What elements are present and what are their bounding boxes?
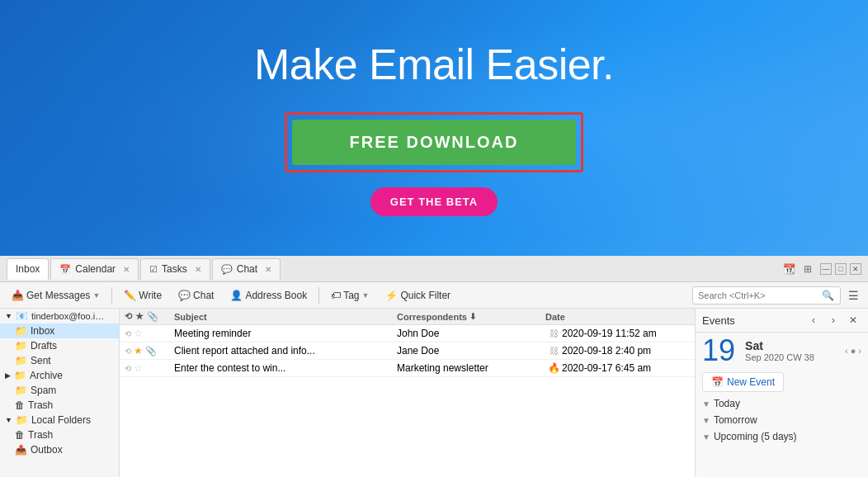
date-1: 2020-09-19 11:52 am [562,328,690,339]
sidebar-account[interactable]: ▼ 📧 tinderbox@foo.invalid [0,309,119,324]
sidebar-item-sent[interactable]: 📁 Sent [0,353,119,368]
local-expand-icon: ▼ [5,416,12,424]
events-panel-header: Events ‹ › ✕ [696,309,868,333]
quick-filter-button[interactable]: ⚡ Quick Filter [379,286,457,305]
subject-2: Client report attached and info... [174,345,397,357]
inbox-tab-label: Inbox [16,263,40,275]
today-section[interactable]: ▼ Today [696,395,868,412]
flame-indicator-3: 🔥 [545,362,562,374]
date-3: 2020-09-17 6:45 am [562,362,690,374]
address-book-button[interactable]: 👤 Address Book [224,286,314,305]
events-prev-button[interactable]: ‹ [805,312,822,328]
date-display-row: 19 Sat Sep 2020 CW 38 ‹ ● › [696,333,868,369]
new-event-button[interactable]: 📅 New Event [702,372,784,392]
chat-toolbar-icon: 💬 [178,290,191,301]
inbox-folder-icon: 📁 [15,325,27,337]
sidebar-item-trash[interactable]: 🗑 Trash [0,398,119,413]
calendar-grid-icon: 📆 [783,263,795,275]
cal-left-icon[interactable]: ‹ [845,346,848,356]
tab-chat[interactable]: 💬 Chat ✕ [212,258,281,280]
write-button[interactable]: ✏️ Write [117,286,168,305]
email-row-1[interactable]: ⟲ ☆ Meeting reminder John Doe ⛓ 2020-09-… [120,325,695,342]
date-day: Sat [745,339,814,352]
correspondent-3: Marketing newsletter [397,362,545,374]
search-box[interactable]: 🔍 [692,286,841,305]
events-close-button[interactable]: ✕ [845,312,861,328]
star-1[interactable]: ☆ [134,328,143,339]
subject-1: Meeting reminder [174,328,397,339]
flags-2: ⟲ ★ 📎 [125,345,174,357]
menu-button[interactable]: ☰ [844,286,863,305]
collapse-icon: ▼ [5,312,12,320]
tomorrow-section[interactable]: ▼ Tomorrow [696,412,868,428]
search-input[interactable] [698,290,822,300]
tab-bar: Inbox 📅 Calendar ✕ ☑ Tasks ✕ 💬 Chat ✕ 📆 … [0,256,868,282]
new-event-icon: 📅 [711,376,724,388]
account-icon: 📧 [16,310,28,322]
sidebar-item-inbox[interactable]: 📁 Inbox [0,324,119,338]
archive-folder-icon: 📁 [14,370,26,381]
drafts-folder-icon: 📁 [15,340,27,352]
sidebar-item-spam[interactable]: 📁 Spam [0,383,119,398]
flags-col-header: ⟲ ★ 📎 [125,311,174,322]
close-button[interactable]: ✕ [850,263,861,275]
minimize-button[interactable]: — [820,263,832,275]
get-messages-button[interactable]: 📥 Get Messages ▼ [5,286,106,305]
sidebar-item-drafts[interactable]: 📁 Drafts [0,338,119,353]
cal-circle-icon[interactable]: ● [851,346,856,356]
separator-1 [111,287,112,304]
star-3[interactable]: ☆ [134,362,143,374]
attach-col-icon: 📎 [147,311,158,322]
sidebar-item-local-trash[interactable]: 🗑 Trash [0,427,119,442]
tasks-tab-label: Tasks [162,263,187,275]
tab-calendar[interactable]: 📅 Calendar ✕ [50,258,139,280]
layout-icon: ⊞ [804,263,812,275]
events-panel: Events ‹ › ✕ 19 Sat Sep 2020 CW 38 ‹ ● ›… [695,309,868,477]
write-icon: ✏️ [124,290,136,301]
download-btn-wrapper: FREE DOWNLOAD [285,112,584,172]
tomorrow-chevron: ▼ [702,416,710,425]
thread-indicator-1: ⛓ [545,328,562,338]
subject-3: Enter the contest to win... [174,362,397,374]
chat-toolbar-button[interactable]: 💬 Chat [172,286,220,305]
separator-2 [318,287,319,304]
filter-icon: ⚡ [385,290,398,301]
chain-icon-2: ⛓ [550,346,559,356]
email-header-row: ⟲ ★ 📎 Subject Correspondents ⬇ Date [120,309,695,325]
app-chrome: Inbox 📅 Calendar ✕ ☑ Tasks ✕ 💬 Chat ✕ 📆 … [0,256,868,477]
correspondents-col-header[interactable]: Correspondents ⬇ [397,312,545,322]
hero-title: Make Email Easier. [254,40,614,89]
beta-button[interactable]: GET THE BETA [370,187,498,216]
tag-icon: 🏷 [331,290,341,301]
chat-tab-label: Chat [237,263,257,275]
download-button[interactable]: FREE DOWNLOAD [292,120,577,165]
sent-folder-icon: 📁 [15,355,27,366]
sidebar: ▼ 📧 tinderbox@foo.invalid 📁 Inbox 📁 Draf… [0,309,120,477]
calendar-tab-close[interactable]: ✕ [123,265,130,274]
star-2[interactable]: ★ [134,345,143,357]
tasks-tab-close[interactable]: ✕ [195,265,201,274]
spam-folder-icon: 📁 [15,385,27,396]
local-trash-icon: 🗑 [15,429,25,441]
upcoming-section[interactable]: ▼ Upcoming (5 days) [696,428,868,445]
sidebar-item-outbox[interactable]: 📤 Outbox [0,442,119,457]
email-row-3[interactable]: ⟲ ☆ Enter the contest to win... Marketin… [120,360,695,377]
date-col-header[interactable]: Date [545,312,673,322]
chat-tab-close[interactable]: ✕ [265,265,271,274]
tab-inbox[interactable]: Inbox [7,258,49,280]
subject-col-header[interactable]: Subject [174,312,397,322]
sidebar-local-folders[interactable]: ▼ 📁 Local Folders [0,413,119,427]
maximize-button[interactable]: □ [835,263,847,275]
calendar-nav-icons: ‹ ● › [845,346,861,356]
events-next-button[interactable]: › [825,312,842,328]
flame-icon-3: 🔥 [548,362,560,374]
thread-icon-1: ⟲ [125,329,131,338]
email-row-2[interactable]: ⟲ ★ 📎 Client report attached and info...… [120,342,695,360]
window-controls: 📆 ⊞ — □ ✕ [783,263,868,275]
cal-right-icon[interactable]: › [858,346,861,356]
tab-tasks[interactable]: ☑ Tasks ✕ [140,258,210,280]
tag-button[interactable]: 🏷 Tag ▼ [324,286,375,305]
trash-folder-icon: 🗑 [15,399,25,411]
date-info: Sep 2020 CW 38 [745,352,814,362]
sidebar-item-archive[interactable]: ▶ 📁 Archive [0,368,119,383]
